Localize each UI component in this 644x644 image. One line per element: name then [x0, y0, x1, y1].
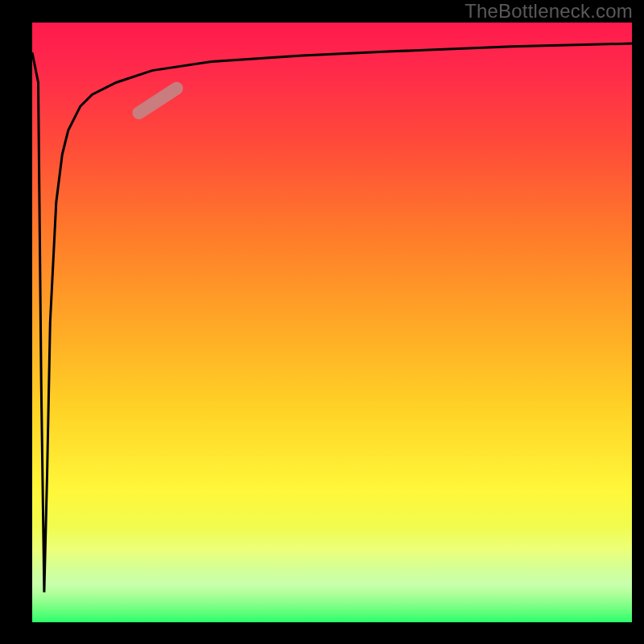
chart-container: TheBottleneck.com — [0, 0, 644, 644]
plot-gradient-background — [32, 23, 632, 622]
watermark-text: TheBottleneck.com — [464, 0, 633, 23]
